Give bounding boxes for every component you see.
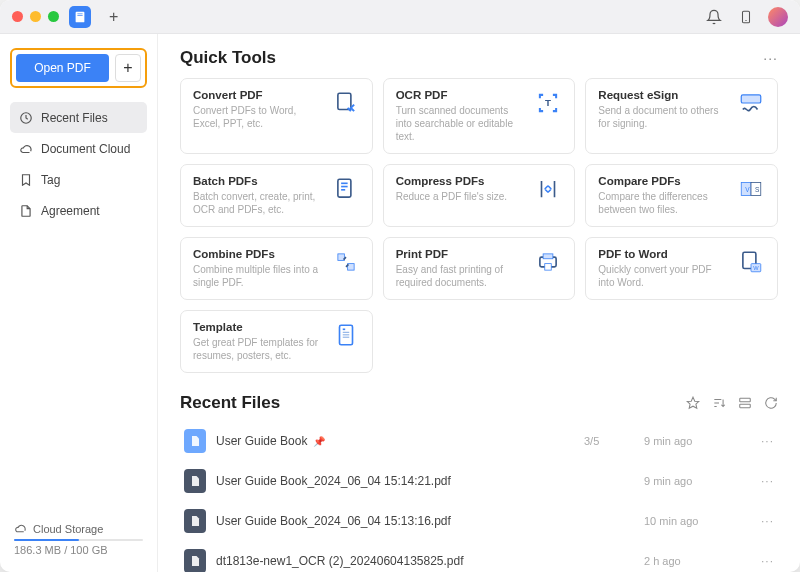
tool-card[interactable]: Print PDFEasy and fast printing of requi… <box>383 237 576 300</box>
svg-rect-1 <box>77 13 82 14</box>
new-file-button[interactable]: + <box>115 54 141 82</box>
tool-icon: T <box>534 89 562 117</box>
list-view-icon[interactable] <box>738 396 752 410</box>
tool-card[interactable]: Request eSignSend a document to others f… <box>585 78 778 154</box>
sidebar-item-tag[interactable]: Tag <box>10 164 147 195</box>
tool-card[interactable]: Convert PDFConvert PDFs to Word, Excel, … <box>180 78 373 154</box>
tool-icon <box>737 89 765 117</box>
svg-rect-29 <box>342 337 349 338</box>
card-title: Compress PDFs <box>396 175 527 187</box>
card-title: Convert PDF <box>193 89 324 101</box>
svg-rect-6 <box>338 93 351 109</box>
avatar[interactable] <box>768 7 788 27</box>
refresh-icon[interactable] <box>764 396 778 410</box>
tool-card[interactable]: Batch PDFsBatch convert, create, print, … <box>180 164 373 227</box>
storage-text: 186.3 MB / 100 GB <box>14 544 143 556</box>
minimize-window[interactable] <box>30 11 41 22</box>
svg-rect-35 <box>740 404 751 408</box>
file-more-button[interactable]: ··· <box>744 514 774 528</box>
file-progress: 3/5 <box>584 435 644 447</box>
quick-tools-more[interactable]: ··· <box>763 50 778 66</box>
svg-rect-3 <box>743 11 750 23</box>
svg-marker-30 <box>687 397 699 408</box>
sidebar-nav: Recent Files Document Cloud Tag Agreemen… <box>10 102 147 226</box>
titlebar: + <box>0 0 800 34</box>
card-desc: Get great PDF templates for resumes, pos… <box>193 336 324 362</box>
sidebar-item-agreement[interactable]: Agreement <box>10 195 147 226</box>
tool-icon: VS <box>737 175 765 203</box>
tool-icon <box>534 248 562 276</box>
card-title: Combine PDFs <box>193 248 324 260</box>
new-tab-button[interactable]: + <box>109 8 118 26</box>
file-type-icon <box>184 469 206 493</box>
card-desc: Convert PDFs to Word, Excel, PPT, etc. <box>193 104 324 130</box>
tool-card[interactable]: Combine PDFsCombine multiple files into … <box>180 237 373 300</box>
svg-text:W: W <box>753 265 759 271</box>
tool-card[interactable]: Compare PDFsCompare the differences betw… <box>585 164 778 227</box>
mobile-icon[interactable] <box>736 7 756 27</box>
card-desc: Easy and fast printing of required docum… <box>396 263 527 289</box>
storage-bar <box>14 539 143 541</box>
pin-icon: 📌 <box>313 436 325 447</box>
svg-text:T: T <box>545 97 551 108</box>
traffic-lights <box>12 11 59 22</box>
card-title: PDF to Word <box>598 248 729 260</box>
card-desc: Combine multiple files into a single PDF… <box>193 263 324 289</box>
card-desc: Compare the differences between two file… <box>598 190 729 216</box>
close-window[interactable] <box>12 11 23 22</box>
sidebar-item-cloud[interactable]: Document Cloud <box>10 133 147 164</box>
app-window: + Open PDF + Recent Files Document Cloud <box>0 0 800 572</box>
tool-icon <box>332 321 360 349</box>
sidebar-item-label: Document Cloud <box>41 142 130 156</box>
tool-card[interactable]: OCR PDFTurn scanned documents into searc… <box>383 78 576 154</box>
sidebar-item-recent[interactable]: Recent Files <box>10 102 147 133</box>
card-title: Compare PDFs <box>598 175 729 187</box>
svg-rect-11 <box>341 186 348 188</box>
cloud-icon <box>18 141 33 156</box>
recent-view-actions <box>686 396 778 410</box>
file-type-icon <box>184 429 206 453</box>
sidebar-item-label: Agreement <box>41 204 100 218</box>
bookmark-icon <box>18 172 33 187</box>
quick-tools-grid: Convert PDFConvert PDFs to Word, Excel, … <box>180 78 778 373</box>
card-desc: Quickly convert your PDF into Word. <box>598 263 729 289</box>
star-icon[interactable] <box>686 396 700 410</box>
sidebar-item-label: Recent Files <box>41 111 108 125</box>
bell-icon[interactable] <box>704 7 724 27</box>
tool-card[interactable]: TemplateGet great PDF templates for resu… <box>180 310 373 373</box>
svg-rect-26 <box>342 329 344 331</box>
file-type-icon <box>184 509 206 533</box>
maximize-window[interactable] <box>48 11 59 22</box>
file-row[interactable]: User Guide Book_2024_06_04 15:14:21.pdf … <box>180 461 778 501</box>
file-name: dt1813e-new1_OCR (2)_20240604135825.pdf <box>216 554 584 568</box>
file-time: 10 min ago <box>644 515 744 527</box>
card-title: Batch PDFs <box>193 175 324 187</box>
cloud-storage-panel: Cloud Storage 186.3 MB / 100 GB <box>10 516 147 562</box>
tool-card[interactable]: PDF to WordQuickly convert your PDF into… <box>585 237 778 300</box>
file-row[interactable]: dt1813e-new1_OCR (2)_20240604135825.pdf … <box>180 541 778 572</box>
sort-icon[interactable] <box>712 396 726 410</box>
app-logo-icon <box>69 6 91 28</box>
tool-card[interactable]: Compress PDFsReduce a PDF file's size. <box>383 164 576 227</box>
file-name: User Guide Book_2024_06_04 15:14:21.pdf <box>216 474 584 488</box>
sidebar-item-label: Tag <box>41 173 60 187</box>
file-more-button[interactable]: ··· <box>744 434 774 448</box>
storage-label: Cloud Storage <box>33 523 103 535</box>
file-row[interactable]: User Guide Book 📌 3/5 9 min ago ··· <box>180 421 778 461</box>
card-desc: Reduce a PDF file's size. <box>396 190 527 203</box>
open-pdf-button[interactable]: Open PDF <box>16 54 109 82</box>
tool-icon <box>332 248 360 276</box>
file-more-button[interactable]: ··· <box>744 554 774 568</box>
file-row[interactable]: User Guide Book_2024_06_04 15:13:16.pdf … <box>180 501 778 541</box>
svg-text:S: S <box>755 186 760 193</box>
svg-rect-27 <box>342 332 349 333</box>
tool-icon <box>332 89 360 117</box>
svg-rect-8 <box>741 95 761 103</box>
svg-rect-34 <box>740 398 751 402</box>
file-name: User Guide Book 📌 <box>216 434 584 448</box>
svg-rect-21 <box>545 264 552 271</box>
cloud-icon <box>14 522 27 535</box>
file-more-button[interactable]: ··· <box>744 474 774 488</box>
svg-rect-9 <box>338 179 351 197</box>
svg-rect-20 <box>543 254 553 259</box>
